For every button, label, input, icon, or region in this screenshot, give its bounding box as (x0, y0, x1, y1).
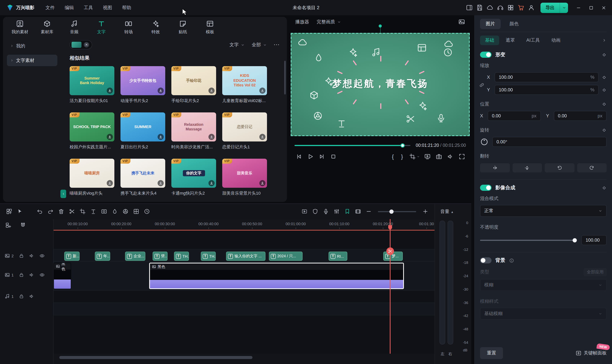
download-icon[interactable] (209, 134, 214, 140)
position-y-input[interactable]: 0.00 px (554, 111, 607, 121)
crop-dropdown-icon[interactable] (416, 155, 420, 158)
media-tab-素材库[interactable]: 素材库 (39, 20, 55, 35)
timeline-scrollbar[interactable] (53, 356, 435, 359)
text-tool-button[interactable] (88, 207, 99, 216)
transform-keyframe-icon[interactable] (602, 52, 607, 57)
type-filter-dropdown[interactable]: 文字 (229, 41, 245, 48)
stop-button[interactable] (327, 152, 339, 161)
media-browser-button[interactable] (4, 207, 14, 216)
download-icon[interactable] (158, 88, 164, 94)
chip-remove-icon[interactable]: ✕ (84, 42, 89, 47)
template-card[interactable]: 少女手书特效包VIP动漫手书片头2 (120, 66, 165, 104)
zoom-slider[interactable] (378, 211, 416, 212)
keyframe-panel-button[interactable]: NEW 关键帧面板 (576, 350, 607, 356)
text-clip[interactable]: TTH... (174, 252, 189, 261)
menubar-item[interactable]: 编辑 (60, 3, 79, 13)
crop-tool-button[interactable] (77, 207, 88, 216)
template-card[interactable]: KIDS EDUCATION Titles Vol 02VIP儿童教育标题Vol… (222, 66, 267, 104)
previous-frame-button[interactable] (293, 152, 305, 161)
rotate-cw-button[interactable] (577, 163, 607, 172)
template-card[interactable]: 携手飞赴未来VIP携手飞赴未来片头4 (120, 159, 165, 196)
media-tab-特效[interactable]: 特效 (147, 20, 164, 35)
template-card[interactable]: 喵喵厨房VIP喵喵厨房vlog片头 (70, 159, 114, 196)
preview-image-icon[interactable] (458, 18, 465, 25)
apps-grid-icon[interactable] (507, 4, 514, 11)
preview-text[interactable]: 梦想起航，青春飞扬 (292, 77, 469, 90)
template-thumbnail[interactable]: 你的文字VIP (171, 159, 216, 188)
minimize-button[interactable] (574, 3, 583, 12)
zoom-slider-handle[interactable] (389, 209, 394, 214)
crop-button[interactable] (407, 152, 418, 161)
lock-icon[interactable] (19, 272, 24, 278)
download-icon[interactable] (209, 180, 214, 186)
flip-vertical-button[interactable] (512, 163, 542, 172)
template-card[interactable]: SUMMERVIP夏日出行片头2 (120, 112, 165, 150)
template-thumbnail[interactable]: 恋爱日记VIP (222, 112, 267, 142)
scale-x-value[interactable]: 100.00 (499, 75, 513, 80)
mark-in-button[interactable]: { (388, 152, 398, 161)
opacity-input[interactable]: 100.00 (581, 235, 607, 245)
download-icon[interactable] (107, 88, 113, 94)
opacity-slider-handle[interactable] (572, 238, 577, 242)
subtab-animation[interactable]: 动画 (546, 36, 566, 45)
video-preview[interactable]: 梦想起航，青春飞扬 (291, 33, 470, 136)
position-x-value[interactable]: 0.00 (492, 113, 501, 118)
download-icon[interactable] (259, 88, 266, 94)
rotation-dial[interactable] (480, 138, 489, 146)
template-thumbnail[interactable]: 喵喵厨房VIP (70, 159, 114, 188)
user-account-icon[interactable] (528, 4, 535, 11)
export-button[interactable]: 导出 (541, 2, 568, 13)
media-tab-模板[interactable]: 模板 (201, 20, 218, 35)
playhead-scissors-badge[interactable] (386, 247, 394, 255)
select-tool-button[interactable] (14, 207, 25, 216)
close-button[interactable] (599, 3, 608, 12)
text-clip[interactable]: TRI... (329, 252, 347, 261)
download-icon[interactable] (209, 88, 214, 94)
scale-y-value[interactable]: 100.00 (499, 87, 513, 92)
mark-out-button[interactable]: } (398, 152, 407, 161)
speaker-icon[interactable] (29, 272, 34, 278)
lock-icon[interactable] (19, 253, 24, 259)
audio-mixer-button[interactable] (331, 207, 342, 216)
collapse-sidebar-button[interactable] (60, 190, 66, 198)
video-clip[interactable]: 黑色 (149, 263, 404, 289)
speaker-icon[interactable] (29, 294, 34, 299)
position-x-input[interactable]: 0.00 px (488, 111, 541, 121)
speed-button[interactable] (109, 207, 120, 216)
tab-color[interactable]: 颜色 (504, 19, 524, 29)
template-thumbnail[interactable]: SUMMERVIP (120, 112, 165, 142)
render-preview-button[interactable] (299, 207, 310, 216)
menubar-item[interactable]: 帮助 (117, 3, 136, 13)
transform-toggle[interactable] (480, 52, 492, 58)
download-icon[interactable] (158, 180, 164, 186)
template-card[interactable]: Summer Bank HolidayVIP活力夏日假期片头01 (70, 66, 114, 104)
opacity-value[interactable]: 100.00 (585, 237, 599, 243)
cart-icon[interactable] (518, 4, 524, 11)
template-thumbnail[interactable]: 携手飞赴未来VIP (120, 159, 165, 188)
lut-button[interactable] (131, 207, 142, 216)
download-icon[interactable] (259, 180, 266, 186)
template-card[interactable]: 手绘印花VIP手绘印花片头2 (171, 66, 216, 104)
manage-tracks-button[interactable] (5, 222, 12, 228)
text-clip[interactable]: T新... (64, 252, 80, 261)
timeline-tracks-area[interactable]: T新...T年...T企业...T劈...TTH...TTH...T输入你的文字… (53, 231, 435, 354)
next-frame-button[interactable] (316, 152, 327, 161)
template-thumbnail[interactable]: 甜美音乐VIP (222, 159, 267, 188)
rotate-ccw-button[interactable] (545, 163, 574, 172)
playhead[interactable] (390, 219, 390, 354)
speaker-icon[interactable] (29, 253, 34, 259)
media-tab-贴纸[interactable]: 贴纸 (174, 20, 191, 35)
template-thumbnail[interactable]: Relaxation MassageVIP (171, 112, 216, 142)
volume-dropdown[interactable]: 音量 ▴ (440, 208, 471, 215)
subtabs-more-icon[interactable] (602, 38, 607, 43)
export-dropdown-icon[interactable] (559, 2, 568, 13)
sidebar-item-我的[interactable]: 我的 (7, 40, 57, 52)
export-frame-button[interactable] (353, 207, 363, 216)
snapshot-button[interactable] (433, 152, 444, 161)
sidebar-item-文字素材[interactable]: 文字素材 (7, 55, 57, 66)
template-card[interactable]: 恋爱日记VIP恋爱日记片头1 (222, 112, 267, 150)
media-tab-我的素材[interactable]: 我的素材 (12, 20, 28, 35)
compositing-keyframe-icon[interactable] (602, 185, 607, 190)
lock-icon[interactable] (19, 294, 24, 299)
scale-link-icon[interactable] (479, 82, 485, 88)
